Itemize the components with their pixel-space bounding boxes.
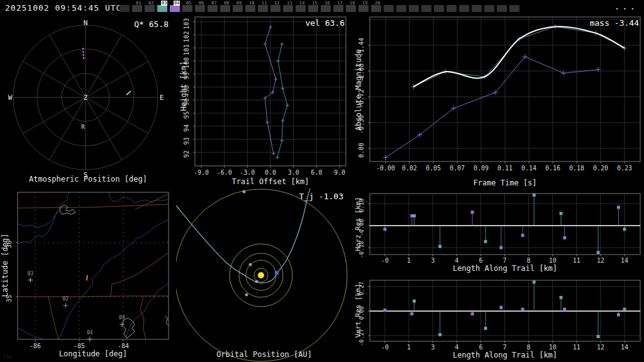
station-box-label: 11 xyxy=(262,1,267,6)
station-box-fill xyxy=(270,5,280,12)
residual-point-03 xyxy=(533,194,536,226)
station-box-fill xyxy=(296,5,306,12)
station-box-07[interactable]: 07 xyxy=(208,0,220,15)
panel-magnitude: -0.000.020.050.070.090.110.140.160.180.2… xyxy=(352,15,644,189)
station-box-fill xyxy=(283,5,293,12)
station-box-spare[interactable] xyxy=(459,0,472,15)
station-box-fill xyxy=(346,5,356,12)
residual-point-03 xyxy=(560,212,563,226)
svg-text:9.0: 9.0 xyxy=(334,169,345,176)
svg-text:3: 3 xyxy=(431,257,435,264)
station-box-spare[interactable] xyxy=(384,0,396,15)
meteor-track-04 xyxy=(83,48,84,59)
road-border xyxy=(135,194,168,209)
station-box-10[interactable]: 10 xyxy=(245,0,258,15)
station-box-label: 17 xyxy=(337,1,342,6)
station-box-spare[interactable] xyxy=(421,0,434,15)
station-box-08[interactable]: 08 xyxy=(220,0,233,15)
residual-point-03 xyxy=(597,311,600,338)
vert-xlabel: Length Along Trail [km] xyxy=(423,351,587,359)
station-box-label: 18 xyxy=(350,1,355,6)
svg-text:Z: Z xyxy=(84,94,87,101)
station-box-02[interactable]: 02 xyxy=(145,0,157,15)
map-xlabel: Longitude [deg] xyxy=(11,349,175,358)
map-station-03: 03 xyxy=(27,271,33,283)
gridlines xyxy=(195,17,346,166)
station-box-blank[interactable] xyxy=(119,0,132,15)
svg-text:-6.0: -6.0 xyxy=(217,169,232,176)
station-box-06[interactable]: 06 xyxy=(195,0,208,15)
station-box-11[interactable]: 11 xyxy=(258,0,270,15)
meteor-track-03 xyxy=(126,91,131,95)
svg-text:02: 02 xyxy=(62,296,69,302)
station-box-spare[interactable] xyxy=(434,0,447,15)
svg-text:0.02: 0.02 xyxy=(402,165,417,172)
station-box-spare[interactable] xyxy=(484,0,497,15)
station-box-spare[interactable] xyxy=(497,0,509,15)
station-box-label: 02 xyxy=(148,1,153,6)
svg-text:-0: -0 xyxy=(381,257,389,264)
svg-text:3: 3 xyxy=(431,344,435,351)
station-box-18[interactable]: 18 xyxy=(346,0,358,15)
station-box-label: 07 xyxy=(211,1,216,6)
residual-point-04 xyxy=(521,226,525,237)
station-box-spare[interactable] xyxy=(472,0,484,15)
svg-text:R: R xyxy=(81,124,85,130)
station-box-spare[interactable] xyxy=(509,0,522,15)
station-box-16[interactable]: 16 xyxy=(321,0,333,15)
svg-text:14: 14 xyxy=(621,257,628,264)
panel-horz-residuals: -0134678101112140.18-0.00-0.18 Length Al… xyxy=(352,189,644,275)
trail-offset-plot: -9.0-6.0-3.00.03.06.09.01031021011009998… xyxy=(176,15,352,189)
station-box-15[interactable]: 15 xyxy=(308,0,321,15)
residual-point-03 xyxy=(484,311,487,330)
station-box-fill xyxy=(208,5,218,12)
svg-text:11: 11 xyxy=(573,257,580,264)
planet-marker xyxy=(245,293,248,297)
map-gridlines xyxy=(18,192,169,339)
station-box-09[interactable]: 09 xyxy=(233,0,245,15)
svg-text:04: 04 xyxy=(87,330,93,336)
tick-labels: -0.000.020.050.070.090.110.140.160.180.2… xyxy=(358,38,632,172)
station-box-12[interactable]: 12 xyxy=(270,0,283,15)
svg-text:11: 11 xyxy=(573,344,580,351)
svg-text:8: 8 xyxy=(527,257,531,264)
app-root: { "header": { "timestamp": "20251002 09:… xyxy=(0,0,644,362)
svg-text:0.23: 0.23 xyxy=(617,165,632,172)
svg-text:12: 12 xyxy=(597,257,604,264)
residual-point-04 xyxy=(499,226,502,250)
station-box-19[interactable]: 19 xyxy=(358,0,371,15)
gridlines xyxy=(370,17,640,162)
svg-text:12: 12 xyxy=(597,344,604,351)
station-box-spare[interactable] xyxy=(396,0,409,15)
residual-point-04 xyxy=(563,308,566,311)
station-box-04[interactable]: 04 xyxy=(170,0,182,15)
station-box-01[interactable]: 01 xyxy=(132,0,145,15)
svg-text:0.0: 0.0 xyxy=(265,169,276,176)
station-box-fill xyxy=(484,5,494,12)
station-box-13[interactable]: 13 xyxy=(283,0,296,15)
station-box-fill xyxy=(472,5,482,12)
station-box-spare[interactable] xyxy=(447,0,459,15)
svg-text:6: 6 xyxy=(479,257,482,264)
station-box-fill xyxy=(119,5,130,12)
svg-text:0.20: 0.20 xyxy=(593,165,608,172)
planet-marker xyxy=(255,280,258,283)
station-box-20[interactable]: 20 xyxy=(371,0,384,15)
station-box-spare[interactable] xyxy=(409,0,421,15)
residual-point-03 xyxy=(597,226,600,254)
svg-text:4: 4 xyxy=(455,344,458,351)
trail-ylabel: Height [km] xyxy=(179,23,188,149)
station-box-fill xyxy=(321,5,331,12)
river xyxy=(18,210,58,244)
overflow-menu[interactable]: ... xyxy=(614,1,638,11)
station-box-03[interactable]: 03 xyxy=(157,0,170,15)
station-box-label: 13 xyxy=(287,1,292,6)
station-box-17[interactable]: 17 xyxy=(333,0,346,15)
panel-vert-residuals: -0134678101112140.270.00-0.27 Length Alo… xyxy=(352,275,644,362)
station-box-14[interactable]: 14 xyxy=(296,0,308,15)
svg-text:10: 10 xyxy=(549,257,557,264)
svg-text:4: 4 xyxy=(455,257,458,264)
station-box-05[interactable]: 05 xyxy=(182,0,195,15)
station-box-fill xyxy=(308,5,318,12)
river xyxy=(109,192,169,203)
